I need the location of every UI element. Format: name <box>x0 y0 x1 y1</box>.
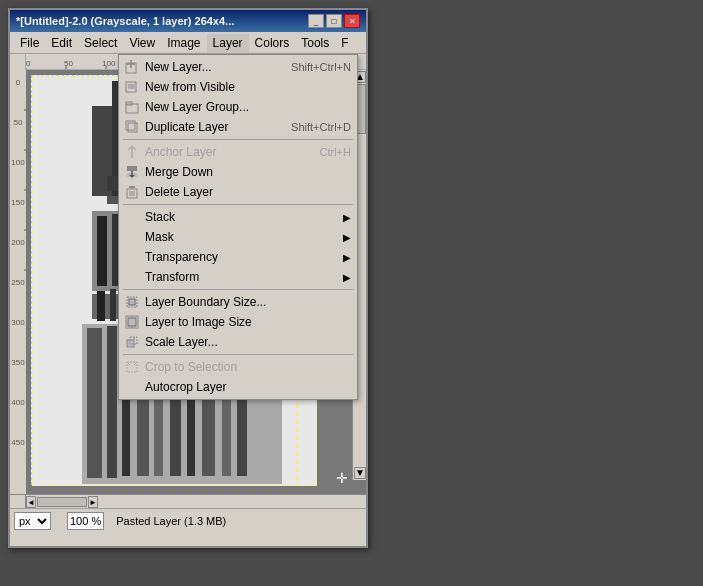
scale-layer-icon <box>123 333 141 351</box>
svg-text:350: 350 <box>11 358 25 367</box>
svg-rect-55 <box>107 326 117 478</box>
menu-item-layer-boundary-size[interactable]: Layer Boundary Size... <box>119 292 357 312</box>
status-bar: px % in cm 100 % Pasted Layer (1.3 MB) <box>10 508 366 532</box>
scroll-right-button[interactable]: ► <box>88 496 98 508</box>
menu-edit[interactable]: Edit <box>45 34 78 52</box>
menu-filters[interactable]: F <box>335 34 354 52</box>
transparency-icon <box>123 248 141 266</box>
menu-item-anchor-layer[interactable]: Anchor Layer Ctrl+H <box>119 142 357 162</box>
minimize-button[interactable]: _ <box>308 14 324 28</box>
svg-text:400: 400 <box>11 398 25 407</box>
svg-rect-73 <box>128 123 137 132</box>
menu-item-delete-layer[interactable]: Delete Layer <box>119 182 357 202</box>
svg-text:0: 0 <box>16 78 21 87</box>
separator-1 <box>123 139 353 140</box>
separator-4 <box>123 354 353 355</box>
autocrop-layer-icon <box>123 378 141 396</box>
scrollbar-horizontal[interactable]: ◄ ► <box>26 495 366 508</box>
svg-text:100: 100 <box>11 158 25 167</box>
crop-to-selection-icon <box>123 358 141 376</box>
scrollbar-horizontal-container: ◄ ► <box>10 494 366 508</box>
menu-item-layer-to-image-size[interactable]: Layer to Image Size <box>119 312 357 332</box>
menu-item-transparency[interactable]: Transparency ▶ <box>119 247 357 267</box>
maximize-button[interactable]: □ <box>326 14 342 28</box>
stack-icon <box>123 208 141 226</box>
svg-text:200: 200 <box>11 238 25 247</box>
menu-item-autocrop-layer[interactable]: Autocrop Layer <box>119 377 357 397</box>
layer-dropdown-menu: New Layer... Shift+Ctrl+N New from Visib… <box>118 54 358 400</box>
menu-colors[interactable]: Colors <box>249 34 296 52</box>
delete-layer-icon <box>123 183 141 201</box>
svg-rect-47 <box>110 289 116 321</box>
menu-tools[interactable]: Tools <box>295 34 335 52</box>
mask-submenu-arrow: ▶ <box>343 232 351 243</box>
new-layer-icon <box>123 58 141 76</box>
svg-rect-74 <box>126 121 135 130</box>
scroll-down-button[interactable]: ▼ <box>354 467 366 479</box>
transparency-submenu-arrow: ▶ <box>343 252 351 263</box>
menu-item-transform[interactable]: Transform ▶ <box>119 267 357 287</box>
menu-select[interactable]: Select <box>78 34 123 52</box>
menu-item-merge-down[interactable]: Merge Down <box>119 162 357 182</box>
scroll-h-thumb[interactable] <box>37 497 87 507</box>
zoom-value: 100 % <box>70 515 101 527</box>
unit-select[interactable]: px % in cm <box>14 512 51 530</box>
window-controls: _ □ ✕ <box>308 14 360 28</box>
separator-3 <box>123 289 353 290</box>
layer-boundary-size-icon <box>123 293 141 311</box>
scroll-corner <box>10 495 26 508</box>
gimp-window: *[Untitled]-2.0 (Grayscale, 1 layer) 264… <box>8 8 368 548</box>
svg-text:0: 0 <box>26 59 31 68</box>
menu-layer[interactable]: Layer <box>207 34 249 52</box>
title-bar: *[Untitled]-2.0 (Grayscale, 1 layer) 264… <box>10 10 366 32</box>
svg-text:300: 300 <box>11 318 25 327</box>
menu-item-duplicate-layer[interactable]: Duplicate Layer Shift+Ctrl+D <box>119 117 357 137</box>
svg-text:450: 450 <box>11 438 25 447</box>
svg-text:50: 50 <box>64 59 73 68</box>
zoom-control: 100 % <box>67 512 104 530</box>
menu-item-new-layer-group[interactable]: New Layer Group... <box>119 97 357 117</box>
merge-down-icon <box>123 163 141 181</box>
svg-text:100: 100 <box>102 59 116 68</box>
new-layer-group-icon <box>123 98 141 116</box>
menu-view[interactable]: View <box>123 34 161 52</box>
svg-rect-88 <box>129 299 135 305</box>
ruler-vertical: 0 50 100 150 200 250 300 350 400 450 <box>10 70 26 494</box>
svg-text:250: 250 <box>11 278 25 287</box>
svg-rect-70 <box>128 84 135 89</box>
svg-rect-36 <box>97 216 107 286</box>
svg-rect-78 <box>127 166 137 171</box>
menu-item-scale-layer[interactable]: Scale Layer... <box>119 332 357 352</box>
transform-icon <box>123 268 141 286</box>
new-from-visible-icon <box>123 78 141 96</box>
menu-image[interactable]: Image <box>161 34 206 52</box>
separator-2 <box>123 204 353 205</box>
svg-rect-90 <box>128 318 136 326</box>
svg-text:150: 150 <box>11 198 25 207</box>
menu-file[interactable]: File <box>14 34 45 52</box>
menu-item-new-layer[interactable]: New Layer... Shift+Ctrl+N <box>119 57 357 77</box>
menu-bar: File Edit Select View Image Layer Colors… <box>10 32 366 54</box>
menu-item-crop-to-selection[interactable]: Crop to Selection <box>119 357 357 377</box>
svg-rect-46 <box>97 291 105 321</box>
move-cursor-icon: ✛ <box>336 470 348 486</box>
anchor-layer-icon <box>123 143 141 161</box>
menu-item-stack[interactable]: Stack ▶ <box>119 207 357 227</box>
duplicate-layer-icon <box>123 118 141 136</box>
ruler-corner <box>10 54 26 70</box>
status-info: Pasted Layer (1.3 MB) <box>108 515 362 527</box>
window-title: *[Untitled]-2.0 (Grayscale, 1 layer) 264… <box>16 15 234 27</box>
svg-text:50: 50 <box>14 118 23 127</box>
svg-rect-54 <box>87 328 102 478</box>
transform-submenu-arrow: ▶ <box>343 272 351 283</box>
scroll-left-button[interactable]: ◄ <box>26 496 36 508</box>
mask-icon <box>123 228 141 246</box>
menu-item-mask[interactable]: Mask ▶ <box>119 227 357 247</box>
stack-submenu-arrow: ▶ <box>343 212 351 223</box>
close-button[interactable]: ✕ <box>344 14 360 28</box>
menu-item-new-from-visible[interactable]: New from Visible <box>119 77 357 97</box>
layer-to-image-size-icon <box>123 313 141 331</box>
